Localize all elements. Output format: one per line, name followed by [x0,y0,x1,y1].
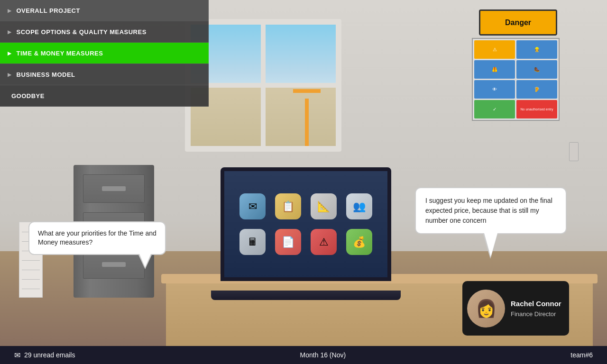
month-status: Month 16 (Nov) [300,351,346,359]
nav-item-scope-options[interactable]: ▶ SCOPE OPTIONS & QUALITY MEASURES [0,21,209,43]
team-status: team#6 [570,351,593,359]
answer-text: I suggest you keep me updated on the fin… [425,197,552,224]
nav-label-scope: SCOPE OPTIONS & QUALITY MEASURES [17,28,147,36]
unread-emails: 29 unread emails [24,351,75,359]
nav-arrow: ▶ [8,72,12,77]
danger-sign-label: Danger [505,18,531,27]
sign-cell-6: 🦻 [516,80,557,99]
radiator-fin [22,260,40,261]
nav-arrow: ▶ [8,29,12,35]
app-icon-email[interactable]: ✉ [239,193,266,219]
nav-label-time: TIME & MONEY MEASURES [17,50,103,57]
nav-item-time-money[interactable]: ▶ TIME & MONEY MEASURES [0,43,209,64]
app-icon-notes[interactable]: 📋 [275,193,301,219]
answer-bubble: I suggest you keep me updated on the fin… [415,187,567,234]
app-icon-report[interactable]: 📄 [275,229,301,255]
sign-cell-8: No unauthorised entry [516,100,557,118]
email-icon: ✉ [14,351,20,360]
navigation-menu: ▶ OVERALL PROJECT ▶ SCOPE OPTIONS & QUAL… [0,0,209,107]
nav-label-goodbye: Goodbye [11,92,45,100]
app-icon-tools[interactable]: 📐 [311,193,337,219]
nav-item-overall-project[interactable]: ▶ OVERALL PROJECT [0,0,209,21]
person-info: Rachel Connor Finance Director [511,300,561,318]
laptop: ✉ 📋 📐 👥 🖩 📄 ⚠ 💰 [211,167,401,300]
crane [293,89,322,146]
nav-arrow-active: ▶ [8,51,12,56]
sign-cell-7: ✓ [474,100,515,118]
person-title: Finance Director [511,310,561,318]
laptop-screen: ✉ 📋 📐 👥 🖩 📄 ⚠ 💰 [221,167,391,281]
question-text: What are your priorities for the Time an… [38,229,156,246]
radiator-fin [22,289,40,289]
app-icon-warning[interactable]: ⚠ [311,229,337,255]
nav-label-overall: OVERALL PROJECT [17,7,80,14]
laptop-base [211,291,401,300]
current-month: Month 16 (Nov) [300,351,346,359]
person-card: 👩 Rachel Connor Finance Director [462,281,569,336]
app-icon-people[interactable]: 👥 [346,193,372,219]
sign-cell-3: 🦺 [474,60,515,79]
safety-sign: ⚠ 👷 🦺 🥾 👁 🦻 ✓ No unauthorised entry [472,38,560,121]
wall-outlet [569,142,579,161]
nav-item-business-model[interactable]: ▶ BUSINESS MODEL [0,64,209,85]
nav-item-goodbye[interactable]: Goodbye [0,85,209,107]
drawer-handle-3 [102,262,126,267]
status-bar: ✉ 29 unread emails Month 16 (Nov) team#6 [0,346,607,364]
app-icon-money[interactable]: 💰 [346,229,372,255]
team-label: team#6 [570,351,593,359]
drawer-handle-1 [102,186,126,191]
radiator-fin [22,279,40,280]
sign-cell-4: 🥾 [516,60,557,79]
window-divider-vertical [261,25,266,146]
danger-sign: Danger [479,9,557,36]
person-name: Rachel Connor [511,300,561,308]
nav-label-business: BUSINESS MODEL [17,71,75,78]
app-icon-calc[interactable]: 🖩 [239,229,266,255]
sign-cell-2: 👷 [516,40,557,59]
sign-cell-5: 👁 [474,80,515,99]
drawer-1 [83,174,145,203]
email-status[interactable]: ✉ 29 unread emails [14,351,75,360]
avatar: 👩 [467,290,505,328]
radiator-fin [22,270,40,270]
sign-cell-1: ⚠ [474,40,515,59]
question-bubble: What are your priorities for the Time an… [28,221,166,255]
nav-arrow: ▶ [8,8,12,13]
window-view [191,25,336,146]
